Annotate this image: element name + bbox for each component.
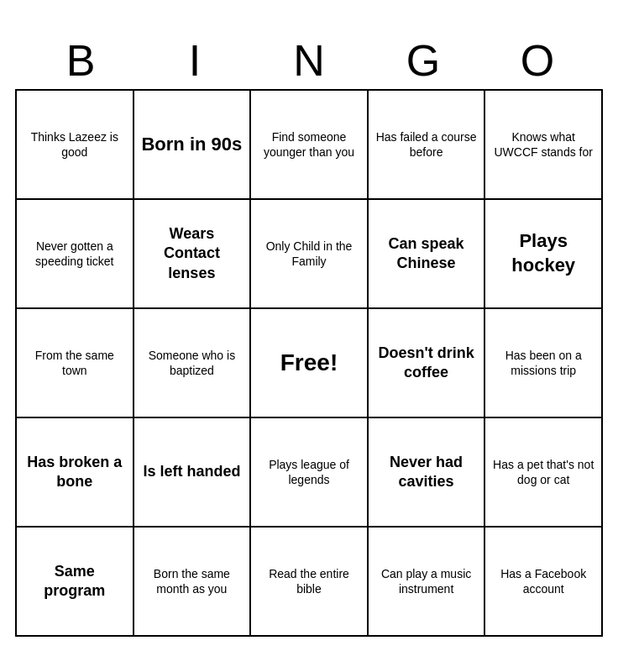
- bingo-cell-21[interactable]: Born the same month as you: [134, 528, 252, 637]
- bingo-card: BINGO Thinks Lazeez is goodBorn in 90sFi…: [7, 27, 611, 645]
- bingo-header: BINGO: [15, 35, 603, 86]
- bingo-cell-2[interactable]: Find someone younger than you: [251, 91, 369, 200]
- bingo-letter: I: [140, 35, 249, 86]
- bingo-cell-16[interactable]: Is left handed: [134, 418, 252, 528]
- bingo-cell-text-21: Born the same month as you: [139, 566, 245, 596]
- bingo-cell-22[interactable]: Read the entire bible: [251, 528, 369, 637]
- bingo-cell-12[interactable]: Free!: [251, 309, 369, 418]
- bingo-cell-text-11: Someone who is baptized: [139, 348, 245, 378]
- bingo-cell-text-10: From the same town: [22, 348, 128, 378]
- bingo-cell-14[interactable]: Has been on a missions trip: [485, 309, 603, 418]
- bingo-cell-text-20: Same program: [22, 562, 128, 601]
- bingo-cell-11[interactable]: Someone who is baptized: [134, 309, 252, 418]
- bingo-cell-1[interactable]: Born in 90s: [134, 91, 252, 200]
- bingo-grid: Thinks Lazeez is goodBorn in 90sFind som…: [15, 89, 603, 637]
- bingo-cell-text-12: Free!: [280, 348, 338, 378]
- bingo-cell-text-6: Wears Contact lenses: [139, 224, 245, 283]
- bingo-letter: G: [369, 35, 478, 86]
- bingo-cell-13[interactable]: Doesn't drink coffee: [369, 309, 486, 418]
- bingo-cell-19[interactable]: Has a pet that's not dog or cat: [485, 418, 603, 528]
- bingo-cell-5[interactable]: Never gotten a speeding ticket: [17, 200, 134, 309]
- bingo-cell-24[interactable]: Has a Facebook account: [485, 528, 603, 637]
- bingo-cell-17[interactable]: Plays league of legends: [251, 418, 369, 528]
- bingo-cell-text-4: Knows what UWCCF stands for: [490, 129, 596, 160]
- bingo-letter: O: [483, 35, 592, 86]
- bingo-cell-4[interactable]: Knows what UWCCF stands for: [485, 91, 603, 200]
- bingo-cell-text-8: Can speak Chinese: [374, 234, 479, 274]
- bingo-cell-8[interactable]: Can speak Chinese: [369, 200, 486, 309]
- bingo-cell-20[interactable]: Same program: [17, 528, 134, 637]
- bingo-cell-6[interactable]: Wears Contact lenses: [134, 200, 252, 309]
- bingo-cell-text-3: Has failed a course before: [374, 129, 479, 160]
- bingo-cell-10[interactable]: From the same town: [17, 309, 134, 418]
- bingo-cell-text-24: Has a Facebook account: [490, 566, 596, 596]
- bingo-cell-text-22: Read the entire bible: [256, 566, 362, 596]
- bingo-cell-15[interactable]: Has broken a bone: [17, 418, 134, 528]
- bingo-cell-text-1: Born in 90s: [141, 133, 242, 157]
- bingo-letter: N: [254, 35, 364, 86]
- bingo-cell-text-16: Is left handed: [143, 462, 240, 481]
- bingo-cell-3[interactable]: Has failed a course before: [369, 91, 486, 200]
- bingo-cell-9[interactable]: Plays hockey: [485, 200, 603, 309]
- bingo-cell-7[interactable]: Only Child in the Family: [251, 200, 369, 309]
- bingo-cell-text-15: Has broken a bone: [22, 453, 128, 492]
- bingo-letter: B: [26, 35, 135, 86]
- bingo-cell-text-18: Never had cavities: [374, 453, 479, 492]
- bingo-cell-text-7: Only Child in the Family: [256, 239, 362, 269]
- bingo-cell-text-14: Has been on a missions trip: [490, 348, 596, 378]
- bingo-cell-18[interactable]: Never had cavities: [369, 418, 486, 528]
- bingo-cell-0[interactable]: Thinks Lazeez is good: [17, 91, 134, 200]
- bingo-cell-text-17: Plays league of legends: [256, 457, 362, 487]
- bingo-cell-text-9: Plays hockey: [490, 229, 596, 277]
- bingo-cell-23[interactable]: Can play a music instrument: [369, 528, 486, 637]
- bingo-cell-text-19: Has a pet that's not dog or cat: [490, 457, 596, 487]
- bingo-cell-text-13: Doesn't drink coffee: [374, 344, 479, 383]
- bingo-cell-text-23: Can play a music instrument: [374, 566, 479, 596]
- bingo-cell-text-5: Never gotten a speeding ticket: [22, 239, 128, 269]
- bingo-cell-text-2: Find someone younger than you: [256, 129, 362, 160]
- bingo-cell-text-0: Thinks Lazeez is good: [22, 129, 128, 160]
